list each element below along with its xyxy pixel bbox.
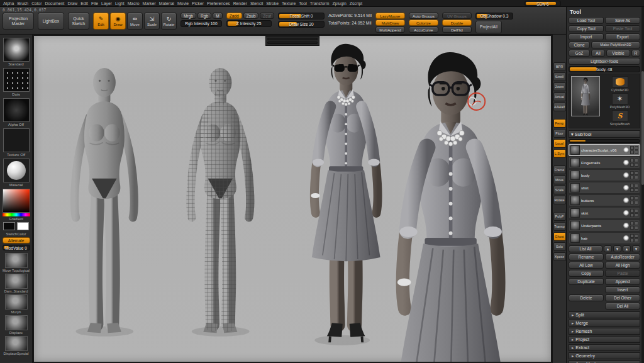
menu-item[interactable]: Picker (192, 1, 204, 6)
menu-item[interactable]: Tool (299, 1, 306, 6)
draw-size-slider[interactable]: Draw Size 20 (278, 21, 325, 28)
subtool-options-icons[interactable] (630, 196, 638, 204)
subtool-up-button[interactable]: ▲ (604, 245, 612, 252)
subtool-row[interactable]: characterSculpt_v06 (569, 144, 640, 156)
toggle-button[interactable]: AccuCurve (409, 26, 438, 33)
current-texture-thumbnail[interactable] (3, 128, 30, 152)
lightbox-tools-button[interactable]: Lightbox>Tools (569, 58, 640, 65)
section-header[interactable]: ▸ Extract (569, 344, 640, 351)
focal-shift-slider[interactable]: Focal Shift 0 (278, 13, 325, 20)
subtool-action-button[interactable]: Insert (605, 286, 640, 293)
current-tool-thumbnail[interactable] (571, 76, 600, 116)
subtool-action-button[interactable]: All High (605, 262, 640, 269)
toggle-button[interactable]: DelHid (442, 26, 472, 33)
save-as-button[interactable]: Save As (605, 17, 640, 24)
subtool-options-icons[interactable] (630, 146, 638, 154)
shelf-button[interactable]: L.Sym (553, 149, 566, 158)
subtool-action-button[interactable]: Del Other (605, 294, 640, 301)
subtool-options-icons[interactable] (630, 184, 638, 192)
subtool-action-button[interactable]: Rename (569, 254, 604, 260)
shelf-button[interactable]: Local (553, 139, 566, 148)
subtool-down-button[interactable]: ▼ (613, 245, 621, 252)
menu-item[interactable]: Layer (101, 1, 112, 6)
subtool-options-icons[interactable] (630, 209, 638, 217)
eye-icon[interactable] (623, 172, 629, 178)
shelf-button[interactable]: BPR (553, 62, 566, 71)
model-wireframe-sculpt[interactable] (191, 68, 250, 333)
subtool-row[interactable]: skirt (569, 207, 640, 219)
menu-item[interactable]: Alpha (3, 1, 14, 6)
active-tool-slider[interactable]: body. 48 (569, 66, 640, 72)
menu-item[interactable]: Light (115, 1, 125, 6)
toggle-button[interactable]: LazyMouse (375, 13, 405, 19)
subtool-row[interactable]: hair (569, 232, 640, 244)
subtool-row[interactable]: shirt (569, 182, 640, 194)
list-all-button[interactable]: List All (569, 245, 602, 252)
model-clothed-full[interactable] (311, 44, 380, 343)
zcut-button[interactable]: Zcut (260, 13, 274, 19)
shelf-button[interactable]: Frame (553, 165, 566, 174)
panel-scrollbar[interactable] (641, 7, 644, 363)
lightbox-button[interactable]: LightBox (38, 13, 64, 30)
shelf-button[interactable]: Transp (553, 222, 566, 231)
shelf-button[interactable]: Xpose (553, 252, 566, 261)
toggle-button[interactable]: MultiDraw (375, 20, 405, 26)
eye-icon[interactable] (623, 147, 629, 153)
subtool-action-button[interactable]: Append (605, 278, 640, 285)
section-header[interactable]: ▸ Split (569, 311, 640, 318)
make-polymesh3d-button[interactable]: Make PolyMesh3D (591, 42, 640, 48)
toggle-button[interactable]: Double (442, 20, 472, 26)
eye-icon[interactable] (623, 185, 629, 191)
tool-item-cylinder3d[interactable]: Cylinder3D (602, 76, 638, 92)
shelf-button[interactable]: Persp (553, 119, 566, 128)
subtool-action-button[interactable]: Delete (569, 294, 604, 301)
quick-brush[interactable]: Morph (1, 294, 32, 314)
goz-all-button[interactable]: All (591, 50, 605, 57)
draw-button[interactable]: ◉ Draw (110, 13, 126, 30)
subtool-scroll-slider[interactable] (569, 139, 640, 143)
palette-section-header[interactable]: ▸ Geometry (569, 352, 640, 359)
subtool-options-icons[interactable] (630, 221, 638, 230)
current-alpha-thumbnail[interactable] (3, 98, 30, 122)
toggle-button[interactable]: MultiAppend (375, 26, 405, 33)
edit-button[interactable]: ✎ Edit (93, 13, 109, 30)
zsub-button[interactable]: Zsub (243, 13, 259, 19)
menu-item[interactable]: Movie (177, 1, 189, 6)
shelf-button[interactable]: Rotate (553, 196, 566, 204)
subtool-row[interactable]: body (569, 169, 640, 181)
subtool-row[interactable]: Underpants (569, 220, 640, 232)
subtool-top-button[interactable]: ▲ (623, 245, 631, 252)
scale-button[interactable]: ⇲ Scale (144, 13, 160, 30)
subtool-row[interactable]: buttons (569, 194, 640, 206)
menu-item[interactable]: File (91, 1, 98, 6)
shelf-button[interactable]: Scroll (553, 72, 566, 81)
import-button[interactable]: Import (569, 33, 604, 40)
subtool-action-button[interactable]: All Low (569, 262, 604, 269)
section-header[interactable]: ▸ Merge (569, 320, 640, 327)
quick-brush[interactable]: Dam_Standard (1, 274, 32, 293)
quick-sketch-button[interactable]: Quick Sketch (68, 13, 89, 30)
secondary-color-swatch[interactable] (17, 222, 29, 230)
color-picker[interactable] (3, 189, 30, 213)
tool-item-polymesh3d[interactable]: ✶ PolyMesh3D (602, 93, 638, 109)
load-tool-button[interactable]: Load Tool (569, 17, 604, 24)
shelf-button[interactable]: Floor (553, 129, 566, 138)
menu-item[interactable]: Zplugin (332, 1, 346, 6)
menu-item[interactable]: Brush (17, 1, 28, 6)
export-button[interactable]: Export (605, 33, 640, 40)
toggle-button[interactable]: Auto Groups (409, 13, 438, 19)
clone-button[interactable]: Clone (569, 42, 590, 48)
alternate-button[interactable]: Alternate (3, 237, 30, 243)
eye-icon[interactable] (623, 160, 629, 165)
menu-item[interactable]: Edit (80, 1, 88, 6)
hue-strip[interactable] (3, 213, 30, 216)
menu-item[interactable]: Transform (310, 1, 330, 6)
toggle-button[interactable]: Colorize (409, 20, 438, 26)
goz-r-button[interactable]: R (631, 50, 640, 57)
eye-icon[interactable] (623, 198, 629, 203)
shelf-button[interactable]: Zoom (553, 82, 566, 91)
quick-brush[interactable]: Move Topological (1, 253, 32, 272)
shelf-button[interactable]: Solo (553, 242, 566, 251)
subtool-options-icons[interactable] (630, 159, 638, 167)
menu-item[interactable]: Zscript (350, 1, 362, 6)
